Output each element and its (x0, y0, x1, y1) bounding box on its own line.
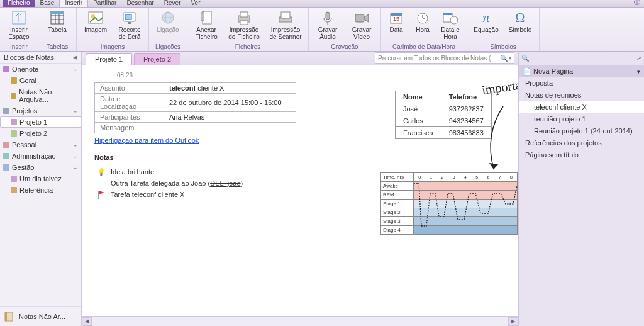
notebook-item[interactable]: Projeto 2 (0, 128, 81, 139)
ink-arrow (478, 103, 516, 179)
ribbon: Inserir Espaço Inserir Tabela Tabelas Im… (0, 8, 644, 52)
datetime-button[interactable]: Data e Hora (438, 9, 463, 43)
chevron-down-icon[interactable]: ⌄ (73, 66, 78, 72)
search-page-icon[interactable]: 🔍 (521, 55, 529, 62)
tab-inserir[interactable]: Inserir (59, 0, 88, 7)
time-button[interactable]: Hora (411, 9, 434, 43)
screen-clipping-button[interactable]: Recorte de Ecrã (114, 9, 145, 43)
file-printout-button[interactable]: Impressão de Ficheiro (225, 9, 263, 43)
notebook-pane: Blocos de Notas:◀ Onenote⌄GeralNotas Não… (0, 52, 82, 326)
notebook-color-icon (11, 130, 17, 137)
notebook-color-icon (11, 77, 17, 84)
notebook-item[interactable]: Pessoal⌄ (0, 139, 81, 150)
svg-point-34 (450, 16, 458, 24)
notebook-color-icon (11, 119, 17, 125)
meeting-details-table: Assuntoteleconf cliente X Data e Localiz… (94, 82, 296, 133)
notebook-item[interactable]: Projeto 1 (0, 116, 81, 128)
new-page-button[interactable]: 📄 Nova Página ▾ (519, 65, 644, 77)
ribbon-tab-strip: Ficheiro Base Inserir Partilhar Desenhar… (0, 0, 644, 8)
tab-rever[interactable]: Rever (159, 0, 186, 7)
date-button[interactable]: 15Data (385, 9, 408, 43)
svg-rect-21 (281, 12, 290, 18)
window-controls: ⓘ (634, 0, 644, 7)
svg-rect-36 (5, 312, 7, 321)
ink-annotation: importante (481, 76, 518, 98)
svg-marker-25 (364, 14, 369, 22)
notebook-color-icon (11, 176, 17, 182)
scanner-printout-button[interactable]: Impressão de Scanner (267, 9, 304, 43)
notebook-icon (4, 311, 15, 322)
notebook-color-icon (11, 187, 17, 193)
notebook-color-icon (3, 66, 9, 72)
scroll-right-button[interactable]: ▶ (508, 317, 518, 326)
page-canvas[interactable]: 08:26 Assuntoteleconf cliente X Data e L… (82, 65, 518, 316)
contacts-table: NomeTelefone José937262837 Carlos9432345… (395, 91, 492, 139)
chevron-down-icon[interactable]: ⌄ (73, 108, 78, 114)
page-list-item[interactable]: Proposta (519, 77, 644, 89)
equation-button[interactable]: πEquação (471, 9, 501, 43)
section-tabs: Projeto 1 Projeto 2 Procurar em Todos os… (82, 52, 518, 65)
svg-rect-19 (240, 21, 248, 25)
lightbulb-icon: 💡 (97, 167, 106, 176)
tab-base[interactable]: Base (35, 0, 60, 7)
svg-rect-24 (355, 14, 364, 22)
notebook-color-icon (3, 164, 9, 171)
chevron-down-icon[interactable]: ⌄ (73, 164, 78, 171)
chevron-down-icon[interactable]: ▾ (509, 55, 511, 61)
page-list-item[interactable]: Referências dos projetos (519, 137, 644, 149)
chevron-left-icon[interactable]: ◀ (73, 54, 77, 60)
page-timestamp: 08:26 (117, 72, 506, 79)
notebook-color-icon (3, 108, 9, 114)
notebook-item[interactable]: Projetos⌄ (0, 105, 81, 116)
section-tab-projeto1[interactable]: Projeto 1 (86, 53, 132, 65)
record-audio-button[interactable]: Gravar Áudio (313, 9, 343, 43)
search-input[interactable]: Procurar em Todos os Blocos de Notas (Ct… (375, 52, 514, 64)
expand-icon[interactable]: ⤢ (636, 55, 641, 62)
notebook-item[interactable]: Administração⌄ (0, 150, 81, 162)
page-list-pane: 🔍 ⤢ 📄 Nova Página ▾ PropostaNotas de reu… (518, 52, 644, 326)
tab-ficheiro[interactable]: Ficheiro (3, 0, 35, 7)
insert-space-button[interactable]: Inserir Espaço (4, 9, 34, 43)
help-icon[interactable]: ⓘ (634, 0, 640, 7)
tab-desenhar[interactable]: Desenhar (121, 0, 158, 7)
tab-ver[interactable]: Ver (186, 0, 205, 7)
tab-partilhar[interactable]: Partilhar (88, 0, 121, 7)
chevron-down-icon[interactable]: ▾ (637, 69, 640, 75)
page-list-item[interactable]: teleconf cliente X (519, 101, 644, 113)
notebook-header: Blocos de Notas:◀ (0, 52, 81, 64)
search-icon: 🔍 (500, 55, 508, 62)
section-tab-projeto2[interactable]: Projeto 2 (134, 53, 180, 65)
table-button[interactable]: Tabela (42, 9, 72, 43)
link-button[interactable]: Ligação (153, 9, 183, 43)
notebook-item[interactable]: Um dia talvez (0, 173, 81, 184)
svg-text:15: 15 (393, 16, 399, 22)
notebook-item[interactable]: Notas Não Arquiva... (0, 86, 81, 105)
svg-rect-18 (240, 12, 248, 17)
page-list-item[interactable]: Notas de reuniões (519, 89, 644, 101)
svg-marker-39 (489, 163, 498, 169)
picture-button[interactable]: Imagem (80, 9, 111, 43)
svg-rect-33 (443, 13, 452, 15)
page-list-item[interactable]: reunião projeto 1 (519, 113, 644, 125)
notebook-item[interactable]: Gestão⌄ (0, 162, 81, 173)
horizontal-scrollbar[interactable]: ◀ ▶ (82, 316, 518, 326)
svg-rect-22 (326, 12, 330, 20)
notes-heading: Notas (94, 154, 506, 161)
unfiled-notes-button[interactable]: Notas Não Ar... (0, 306, 81, 326)
record-video-button[interactable]: Gravar Vídeo (347, 9, 377, 43)
symbol-button[interactable]: ΩSímbolo (505, 9, 535, 43)
notebook-color-icon (3, 153, 9, 159)
notebook-item[interactable]: Referência (0, 184, 81, 196)
chevron-down-icon[interactable]: ⌄ (73, 142, 78, 148)
notebook-item[interactable]: Onenote⌄ (0, 64, 81, 75)
chevron-down-icon[interactable]: ⌄ (73, 153, 78, 159)
page-list-item[interactable]: Reunião projeto 1 (24-out-2014) (519, 125, 644, 137)
page-list-item[interactable]: Página sem título (519, 149, 644, 161)
scroll-left-button[interactable]: ◀ (82, 317, 92, 326)
attach-file-button[interactable]: Anexar Ficheiro (191, 9, 221, 43)
notebook-color-icon (11, 93, 16, 99)
notebook-color-icon (3, 142, 9, 148)
notebook-item[interactable]: Geral (0, 75, 81, 86)
page-list-tools: 🔍 ⤢ (519, 52, 644, 65)
outlook-link[interactable]: Hiperligação para item do Outlook (94, 136, 199, 145)
